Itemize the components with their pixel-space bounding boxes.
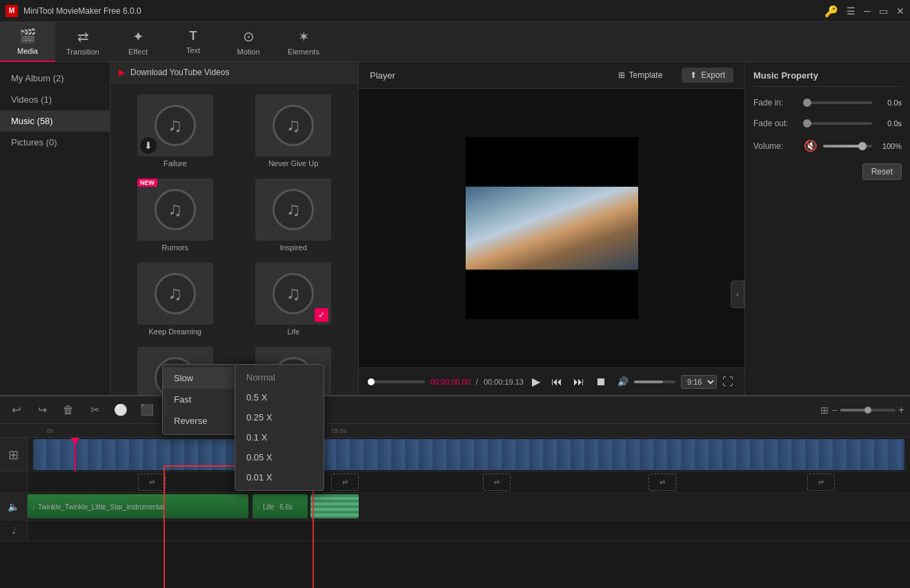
transition-slot-2[interactable]: ⇄ — [331, 474, 359, 491]
fade-out-slider[interactable] — [804, 122, 872, 125]
media-item-life[interactable]: ♫ ✓ Life — [235, 257, 353, 341]
sidebar-item-music[interactable]: Music (58) — [0, 110, 110, 132]
media-item-nevergiveup[interactable]: ♫ Never Give Up — [235, 89, 353, 173]
music-disk-icon-4: ♫ — [273, 189, 314, 230]
fade-in-slider[interactable] — [804, 101, 872, 104]
app-title: MiniTool MovieMaker Free 6.0.0 — [23, 6, 141, 16]
cut-button[interactable]: ✂ — [84, 400, 105, 420]
maximize-btn[interactable]: ▭ — [879, 6, 888, 17]
menu-icon[interactable]: ☰ — [847, 6, 855, 17]
close-btn[interactable]: ✕ — [896, 6, 904, 17]
redo-button[interactable]: ↪ — [32, 400, 52, 420]
sidebar: My Album (2) Videos (1) Music (58) Pictu… — [0, 62, 110, 395]
toolbar-item-text[interactable]: T Text — [166, 22, 221, 62]
submenu-item-0-05x[interactable]: 0.05 X — [235, 447, 324, 467]
zoom-plus-icon[interactable]: + — [898, 404, 904, 416]
minimize-btn[interactable]: ─ — [864, 6, 871, 17]
transition-slot-1[interactable]: ⇄ — [138, 474, 166, 491]
effect-label: Effect — [128, 48, 148, 56]
properties-collapse-button[interactable]: ‹ — [731, 281, 744, 308]
audio-clip-life[interactable]: ♪ Life 6.6s — [253, 494, 308, 518]
media-item-inspired[interactable]: ♫ Inspired — [235, 173, 353, 257]
reset-button[interactable]: Reset — [862, 163, 902, 180]
fade-in-value: 0.0s — [878, 99, 902, 107]
elements-icon: ✶ — [298, 28, 310, 45]
sidebar-item-pictures[interactable]: Pictures (0) — [0, 132, 110, 153]
media-label-keepdreaming: Keep Dreaming — [149, 327, 201, 336]
submenu-item-0-01x[interactable]: 0.01 X — [235, 467, 324, 487]
transitions-row: ⇄ ⇄ ⇄ ⇄ ⇄ — [0, 472, 910, 493]
transition-slot-5[interactable]: ⇄ — [807, 474, 835, 491]
audio-mute-icon[interactable]: 🔈 — [8, 501, 19, 512]
transition-slot-4[interactable]: ⇄ — [649, 474, 676, 491]
badge-new: NEW — [137, 179, 157, 187]
volume-label: Volume: — [753, 141, 798, 151]
crop-button[interactable]: ⬛ — [137, 400, 157, 420]
media-thumb-inspired: ♫ — [255, 179, 331, 241]
toolbar-item-motion[interactable]: ⊙ Motion — [221, 22, 276, 62]
playhead[interactable] — [75, 438, 76, 472]
aspect-ratio-select[interactable]: 9:16 16:9 1:1 — [681, 375, 717, 389]
timeline-toolbar: ↩ ↪ 🗑 ✂ ⚪ ⬛ ⊞ − + — [0, 396, 910, 424]
next-frame-button[interactable]: ⏭ — [571, 374, 587, 389]
stop-button[interactable]: ⏹ — [593, 374, 609, 389]
download-btn-failure[interactable]: ⬇ — [140, 137, 157, 154]
audio-clip-waveform[interactable] — [310, 494, 359, 518]
player-title: Player — [370, 70, 395, 81]
volume-mute-icon[interactable]: 🔇 — [804, 139, 818, 152]
video-clip-content — [33, 439, 904, 470]
player-header: Player ⊞ Template ⬆ Export — [359, 62, 744, 89]
progress-bar[interactable] — [370, 381, 425, 383]
delete-button[interactable]: 🗑 — [58, 400, 79, 420]
text-icon: T — [190, 29, 197, 43]
time-separator: / — [476, 378, 478, 386]
media-item-failure[interactable]: ♫ ⬇ Failure — [116, 89, 235, 173]
zoom-minus-icon[interactable]: − — [831, 405, 837, 416]
sidebar-item-videos[interactable]: Videos (1) — [0, 89, 110, 110]
submenu-item-normal[interactable]: Normal — [235, 367, 324, 387]
volume-fill — [634, 381, 663, 383]
audio-clip-life-label: ♪ Life 6.6s — [257, 503, 293, 510]
music-track-row: ♩ — [0, 520, 910, 541]
media-panel: ▶ Download YouTube Videos ♫ ⬇ Failure ♫ … — [110, 62, 359, 395]
download-bar[interactable]: ▶ Download YouTube Videos — [110, 62, 358, 83]
transition-label: Transition — [66, 48, 99, 56]
submenu-item-0-25x[interactable]: 0.25 X — [235, 407, 324, 427]
music-track-icon: ♩ — [0, 520, 28, 540]
app-logo: M — [6, 5, 18, 17]
mute-button[interactable]: 🔊 — [615, 375, 631, 388]
export-button[interactable]: ⬆ Export — [682, 68, 733, 83]
template-button[interactable]: ⊞ Template — [610, 68, 671, 83]
toolbar-item-elements[interactable]: ✶ Elements — [276, 22, 331, 62]
text-label: Text — [186, 46, 200, 54]
sidebar-item-my-album[interactable]: My Album (2) — [0, 68, 110, 89]
prev-frame-button[interactable]: ⏮ — [548, 374, 565, 389]
media-item-keepdreaming[interactable]: ♫ Keep Dreaming — [116, 257, 235, 341]
add-media-icon[interactable]: ⊞ — [8, 447, 19, 463]
video-top-black — [466, 137, 638, 185]
fullscreen-button[interactable]: ⛶ — [722, 376, 733, 388]
toolbar-item-transition[interactable]: ⇄ Transition — [55, 22, 110, 62]
timeline-area: ↩ ↪ 🗑 ✂ ⚪ ⬛ ⊞ − + 0s 19.5s ⊞ — [0, 395, 910, 588]
music-note-icon: ♩ — [12, 525, 16, 536]
media-label-failure: Failure — [164, 159, 187, 168]
audio-clip-twinkle[interactable]: ♪ Twinkle_Twinkle_Little_Star_instrument… — [28, 494, 248, 518]
transition-slot-3[interactable]: ⇄ — [483, 474, 511, 491]
video-clip[interactable] — [33, 439, 904, 470]
play-button[interactable]: ▶ — [529, 374, 543, 389]
effect-icon: ✦ — [132, 28, 144, 45]
volume-slider[interactable] — [634, 381, 675, 383]
volume-prop-slider[interactable] — [823, 145, 872, 148]
video-preview — [359, 89, 744, 367]
submenu-item-0-5x[interactable]: 0.5 X — [235, 387, 324, 407]
split-button[interactable]: ⚪ — [110, 400, 131, 420]
media-thumb-nevergiveup: ♫ — [255, 94, 331, 156]
music-disk-icon: ♫ — [155, 105, 196, 146]
undo-button[interactable]: ↩ — [6, 400, 26, 420]
media-item-rumors[interactable]: NEW ♫ Rumors — [116, 173, 235, 257]
zoom-slider[interactable] — [840, 409, 896, 412]
toolbar-item-effect[interactable]: ✦ Effect — [110, 22, 166, 62]
submenu-item-0-1x[interactable]: 0.1 X — [235, 427, 324, 447]
timeline-ruler: 0s 19.5s — [0, 424, 910, 438]
toolbar-item-media[interactable]: 🎬 Media — [0, 22, 55, 62]
